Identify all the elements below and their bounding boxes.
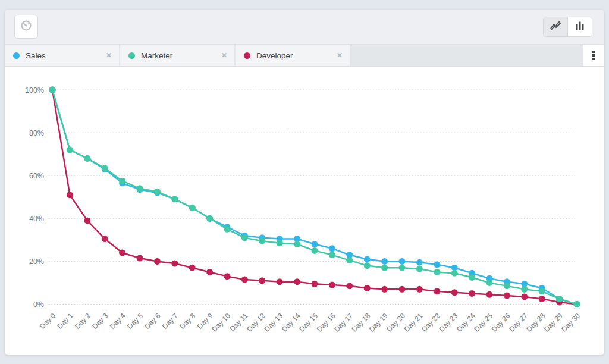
data-point[interactable] bbox=[346, 283, 353, 289]
data-point[interactable] bbox=[399, 258, 406, 265]
data-point[interactable] bbox=[189, 265, 196, 271]
data-point[interactable] bbox=[206, 215, 213, 222]
data-point[interactable] bbox=[189, 205, 196, 211]
data-point[interactable] bbox=[486, 280, 493, 286]
bar-chart-toggle-button[interactable] bbox=[567, 17, 592, 36]
data-point[interactable] bbox=[119, 249, 125, 256]
x-axis-label: Day 3 bbox=[90, 311, 109, 330]
close-icon[interactable]: ✕ bbox=[337, 51, 343, 59]
data-point[interactable] bbox=[312, 247, 318, 254]
x-axis-label: Day 28 bbox=[525, 311, 547, 333]
data-point[interactable] bbox=[84, 217, 90, 224]
y-axis-label: 60% bbox=[29, 172, 44, 180]
data-point[interactable] bbox=[381, 258, 388, 265]
line-chart-icon bbox=[550, 20, 561, 33]
y-axis-label: 80% bbox=[29, 129, 44, 137]
line-chart-toggle-button[interactable] bbox=[544, 17, 567, 36]
dashboard-button[interactable] bbox=[14, 15, 38, 39]
data-point[interactable] bbox=[416, 266, 423, 272]
data-point[interactable] bbox=[137, 185, 143, 192]
data-point[interactable] bbox=[416, 259, 423, 266]
x-axis-label: Day 8 bbox=[178, 311, 197, 330]
data-point[interactable] bbox=[416, 286, 423, 293]
series-line bbox=[52, 90, 577, 305]
x-axis-labels: Day 0Day 1Day 2Day 3Day 4Day 5Day 6Day 7… bbox=[38, 311, 582, 333]
data-point[interactable] bbox=[102, 236, 108, 242]
data-point[interactable] bbox=[504, 283, 510, 289]
data-point[interactable] bbox=[277, 240, 283, 246]
data-point[interactable] bbox=[364, 262, 371, 269]
x-axis-label: Day 22 bbox=[420, 311, 442, 333]
data-point[interactable] bbox=[539, 288, 545, 294]
x-axis-label: Day 12 bbox=[245, 311, 267, 333]
data-point[interactable] bbox=[312, 241, 318, 247]
data-point[interactable] bbox=[364, 285, 371, 291]
data-point[interactable] bbox=[381, 265, 388, 271]
chip-sales[interactable]: Sales ✕ bbox=[5, 45, 119, 66]
data-point[interactable] bbox=[469, 290, 475, 297]
data-point[interactable] bbox=[224, 226, 231, 233]
data-point[interactable] bbox=[434, 269, 440, 275]
data-point[interactable] bbox=[241, 234, 248, 241]
data-point[interactable] bbox=[206, 269, 213, 275]
series-sales[interactable] bbox=[49, 87, 580, 308]
x-axis-label: Day 27 bbox=[507, 311, 529, 333]
data-point[interactable] bbox=[312, 281, 318, 287]
data-point[interactable] bbox=[171, 261, 178, 267]
data-point[interactable] bbox=[294, 241, 300, 247]
data-point[interactable] bbox=[154, 189, 161, 195]
data-point[interactable] bbox=[329, 245, 335, 252]
data-point[interactable] bbox=[521, 286, 528, 293]
data-point[interactable] bbox=[434, 261, 440, 268]
data-point[interactable] bbox=[574, 301, 580, 307]
data-point[interactable] bbox=[67, 146, 73, 153]
data-point[interactable] bbox=[451, 289, 458, 296]
data-point[interactable] bbox=[364, 256, 371, 262]
data-point[interactable] bbox=[381, 286, 388, 293]
data-point[interactable] bbox=[259, 238, 265, 244]
x-axis-label: Day 18 bbox=[350, 311, 372, 333]
data-point[interactable] bbox=[451, 270, 458, 277]
data-point[interactable] bbox=[154, 258, 161, 265]
close-icon[interactable]: ✕ bbox=[221, 51, 227, 59]
data-point[interactable] bbox=[521, 293, 528, 300]
series-marketer[interactable] bbox=[49, 87, 580, 308]
data-point[interactable] bbox=[49, 87, 56, 93]
data-point[interactable] bbox=[399, 265, 406, 271]
data-point[interactable] bbox=[504, 293, 510, 299]
x-axis-label: Day 29 bbox=[542, 311, 564, 333]
data-point[interactable] bbox=[224, 273, 231, 280]
data-point[interactable] bbox=[329, 252, 335, 258]
close-icon[interactable]: ✕ bbox=[106, 51, 112, 59]
data-point[interactable] bbox=[84, 155, 90, 162]
chip-developer[interactable]: Developer ✕ bbox=[236, 45, 350, 66]
x-axis-label: Day 1 bbox=[55, 311, 74, 330]
data-point[interactable] bbox=[539, 296, 545, 302]
chart-area: 0%20%40%60%80%100%Day 0Day 1Day 2Day 3Da… bbox=[5, 67, 604, 354]
data-point[interactable] bbox=[486, 291, 493, 298]
data-point[interactable] bbox=[259, 277, 265, 284]
data-point[interactable] bbox=[399, 286, 406, 293]
data-point[interactable] bbox=[241, 277, 248, 283]
x-axis-label: Day 5 bbox=[125, 311, 145, 330]
data-point[interactable] bbox=[469, 274, 475, 281]
data-point[interactable] bbox=[171, 196, 178, 202]
chip-marketer[interactable]: Marketer ✕ bbox=[120, 45, 234, 66]
data-point[interactable] bbox=[294, 278, 300, 285]
data-point[interactable] bbox=[102, 165, 108, 171]
series-line bbox=[52, 90, 577, 305]
x-axis-label: Day 11 bbox=[228, 311, 249, 332]
series-developer[interactable] bbox=[49, 87, 580, 308]
retention-line-chart[interactable]: 0%20%40%60%80%100%Day 0Day 1Day 2Day 3Da… bbox=[5, 67, 604, 354]
data-point[interactable] bbox=[67, 192, 73, 198]
data-point[interactable] bbox=[346, 257, 353, 263]
x-axis-label: Day 23 bbox=[438, 311, 460, 333]
data-point[interactable] bbox=[556, 296, 563, 302]
data-point[interactable] bbox=[119, 178, 125, 184]
data-point[interactable] bbox=[277, 278, 283, 285]
data-point[interactable] bbox=[434, 288, 440, 294]
chart-type-toggle bbox=[543, 17, 592, 37]
data-point[interactable] bbox=[329, 282, 335, 288]
data-point[interactable] bbox=[137, 255, 143, 261]
overflow-menu-button[interactable] bbox=[583, 45, 604, 66]
